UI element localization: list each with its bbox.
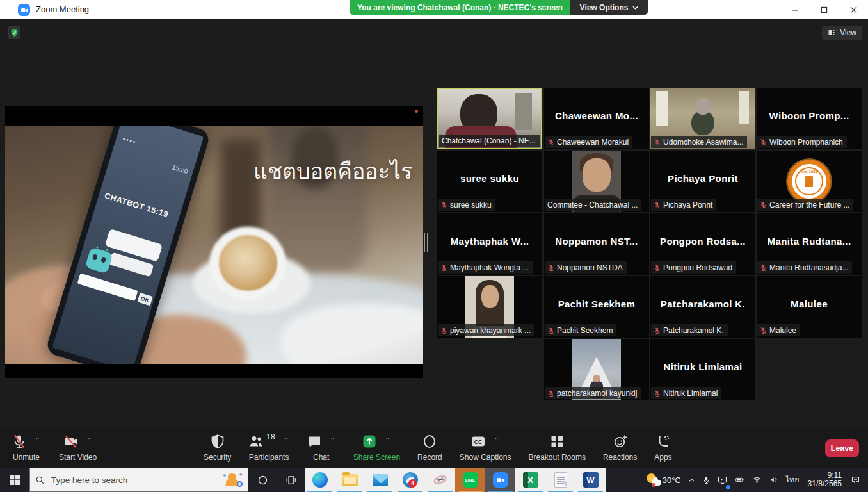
speaker-icon [769, 475, 779, 484]
chat-button[interactable]: Chat [307, 434, 336, 462]
search-input[interactable] [50, 475, 218, 486]
chat-icon [307, 434, 322, 449]
taskbar-app-zoom[interactable] [485, 468, 515, 492]
slide-photo: •••• 15:20 CHATBOT 15:19 OK แชตบอตคืออะไ… [5, 126, 423, 364]
participant-tile[interactable]: Manita Rudtana...Manita Rudtanasudja... [757, 213, 862, 275]
start-video-options-chevron[interactable] [86, 436, 93, 441]
mic-muted-icon [12, 434, 27, 449]
taskbar-search[interactable]: ✦ [29, 468, 248, 492]
leave-button[interactable]: Leave [825, 439, 859, 457]
tray-microphone[interactable] [699, 468, 714, 492]
participant-tile[interactable]: Commitee - Chatchawal ... [544, 151, 649, 212]
view-layout-button[interactable]: View [822, 26, 862, 40]
unmute-options-chevron[interactable] [34, 436, 41, 441]
participant-tile[interactable]: patcharakamol kayunkij [544, 339, 649, 400]
cortana-button[interactable] [248, 468, 277, 492]
maximize-button[interactable] [809, 0, 839, 19]
taskbar-app-line[interactable]: LINE [455, 468, 485, 492]
participant-tile[interactable]: Chaweewan Mo...Chaweewan Morakul [544, 88, 649, 149]
chevron-up-icon[interactable] [384, 436, 391, 441]
taskbar-apps: 4LINEXW [305, 468, 606, 492]
participant-name-label: Career for the Future ... [757, 199, 853, 211]
chat-options-chevron[interactable] [329, 436, 336, 441]
weather-widget[interactable]: 30°C [643, 468, 684, 492]
participant-name-text: Chaweewan Morakul [557, 138, 629, 147]
participant-tile[interactable]: Chatchawal (Conan) - NE... [437, 88, 542, 149]
taskbar-app-snip[interactable] [425, 468, 455, 492]
taskbar-app-excel[interactable]: X [515, 468, 545, 492]
participant-tile[interactable]: Est. 1988Career for the Future ... [757, 151, 862, 212]
show-captions-options-chevron[interactable] [493, 436, 500, 441]
word-icon: W [583, 472, 599, 488]
tray-battery[interactable] [731, 468, 748, 492]
participant-tile[interactable]: Patcharakamol K.Patcharakamol K. [650, 276, 755, 338]
participant-tile[interactable]: piyawan khayanmark ... [437, 276, 542, 338]
participant-tile[interactable]: Maythaphak W...Maythaphak Wongta ... [437, 213, 542, 275]
tray-wifi[interactable] [748, 468, 766, 492]
participant-tile[interactable]: Pichaya PonritPichaya Ponrit [650, 151, 755, 212]
chevron-up-icon [687, 476, 696, 484]
share-screen-button[interactable]: Share Screen [353, 434, 400, 462]
chevron-up-icon[interactable] [34, 436, 41, 441]
start-video-button[interactable]: Start Video [59, 434, 97, 462]
notification-badge: 4 [408, 479, 417, 488]
toolbar-label: Participants [249, 453, 289, 462]
chevron-up-icon[interactable] [282, 436, 289, 441]
task-view-button[interactable] [277, 468, 305, 492]
action-center-button[interactable] [847, 468, 864, 492]
chevron-up-icon[interactable] [329, 436, 336, 441]
chevron-up-icon[interactable] [493, 436, 500, 441]
tray-cast[interactable] [714, 468, 731, 492]
panel-resize-handle[interactable] [424, 233, 431, 252]
participant-name-text: suree sukku [450, 201, 492, 209]
close-button[interactable] [839, 0, 868, 19]
muted-mic-icon [654, 390, 661, 397]
participant-tile[interactable]: MaluleeMalulee [757, 276, 862, 338]
window-controls [780, 0, 868, 19]
participant-name-label: Nitiruk Limlamai [651, 387, 721, 399]
taskbar-app-thunderbird[interactable]: 4 [395, 468, 425, 492]
meeting-info-shield-button[interactable] [8, 26, 20, 39]
taskbar-app-edge[interactable] [305, 468, 335, 492]
apps-button[interactable]: Apps [654, 434, 671, 462]
start-button[interactable] [0, 468, 29, 492]
search-highlights-icon[interactable]: ✦ [223, 472, 243, 488]
participant-name-label: Wiboon Promphanich [757, 136, 847, 148]
participant-name-label: suree sukku [438, 199, 495, 211]
participant-name-label: piyawan khayanmark ... [438, 324, 534, 336]
participants-button[interactable]: 18Participants [248, 434, 289, 462]
share-screen-options-chevron[interactable] [384, 436, 391, 441]
muted-mic-icon [760, 138, 767, 146]
minimize-button[interactable] [780, 0, 809, 19]
share-icon [362, 434, 377, 449]
participants-options-chevron[interactable] [282, 436, 289, 441]
temperature: 30°C [663, 475, 681, 485]
participant-tile[interactable]: Noppamon NST...Noppamon NSTDA [544, 213, 649, 275]
taskbar-clock[interactable]: 9:11 31/8/2565 [803, 472, 847, 488]
security-button[interactable]: Security [204, 434, 231, 462]
language-indicator[interactable]: ไทย [782, 468, 803, 492]
participant-tile[interactable]: Udomchoke Asawima... [650, 88, 755, 149]
participant-tile[interactable]: Nitiruk LimlamaiNitiruk Limlamai [650, 339, 755, 400]
participant-tile[interactable]: Wiboon Promp...Wiboon Promphanich [757, 88, 862, 149]
taskbar-app-explorer[interactable] [335, 468, 365, 492]
participant-tile[interactable]: Pachit SeekhemPachit Seekhem [544, 276, 649, 338]
breakout-rooms-button[interactable]: Breakout Rooms [529, 434, 586, 462]
system-tray: 30°C ไทย 9:11 31/ [643, 468, 868, 492]
taskbar-app-word[interactable]: W [575, 468, 606, 492]
zoom-app-icon [18, 4, 30, 16]
record-button[interactable]: Record [417, 434, 442, 462]
chevron-up-icon[interactable] [86, 436, 93, 441]
reactions-button[interactable]: Reactions [603, 434, 637, 462]
hidden-icons-button[interactable] [684, 468, 699, 492]
windows-taskbar: ✦ 4LINEXW 30°C [0, 468, 868, 492]
tray-volume[interactable] [766, 468, 782, 492]
view-options-button[interactable]: View Options [570, 0, 648, 15]
taskbar-app-notepad[interactable] [545, 468, 575, 492]
taskbar-app-mail[interactable] [365, 468, 395, 492]
show-captions-button[interactable]: CCShow Captions [460, 434, 511, 462]
unmute-button[interactable]: Unmute [12, 434, 41, 462]
muted-mic-icon [760, 264, 767, 272]
participant-tile[interactable]: Pongpon Rodsa...Pongpon Rodsawad [650, 213, 755, 275]
participant-tile[interactable]: suree sukkusuree sukku [437, 151, 542, 212]
